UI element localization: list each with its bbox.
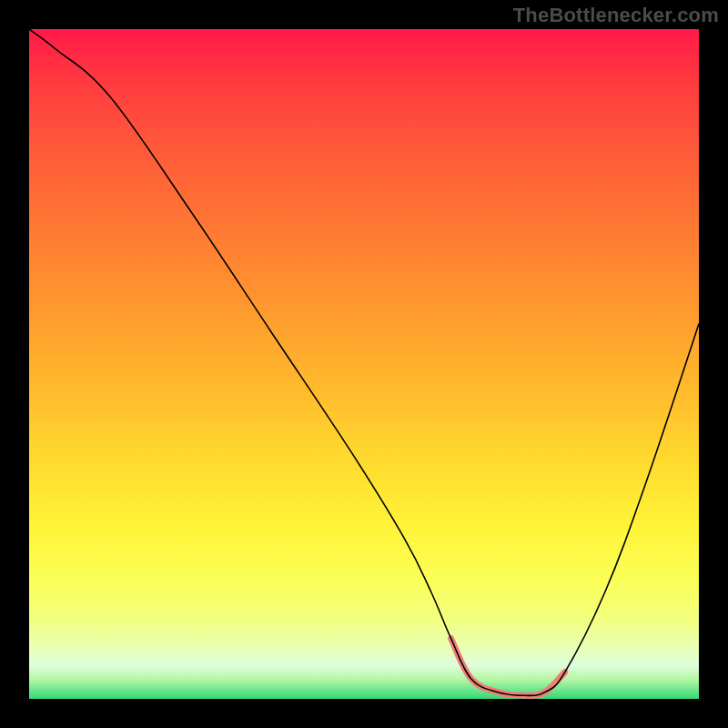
plot-area [29, 29, 699, 699]
highlight-segment [451, 639, 565, 696]
chart-frame: TheBottlenecker.com [0, 0, 728, 728]
bottleneck-curve [29, 29, 699, 695]
curve-svg [29, 29, 699, 699]
watermark-label: TheBottlenecker.com [513, 4, 719, 27]
